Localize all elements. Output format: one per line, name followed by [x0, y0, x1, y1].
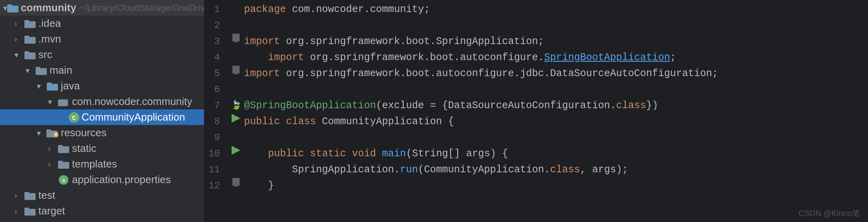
main-label: main [50, 64, 72, 77]
line-content-10: public static void main(String[] args) { [244, 146, 868, 162]
sidebar-item-static[interactable]: static [0, 141, 204, 156]
line-num-10: 10 [204, 146, 228, 162]
watermark-text: CSDN @Kinno笔 [798, 208, 860, 219]
code-line-11: 11 SpringApplication.run(CommunityApplic… [204, 162, 868, 178]
static-arrow [48, 144, 58, 153]
package-arrow [48, 97, 58, 107]
line-num-6: 6 [204, 82, 228, 98]
tree-root[interactable]: community ~/Library/CloudStorage/OneDriv… [0, 0, 204, 16]
line-num-7: 7 [204, 98, 228, 114]
code-line-6: 6 [204, 82, 868, 98]
line-content-7: @SpringBootApplication(exclude = {DataSo… [244, 98, 868, 114]
line-content-4: import org.springframework.boot.autoconf… [244, 50, 868, 66]
spring-prop-icon: a [58, 175, 70, 185]
templates-arrow [48, 159, 58, 169]
app-properties-label: application.properties [72, 174, 171, 186]
static-folder-icon [58, 143, 70, 154]
code-editor: 1 package com.nowcoder.community; 2 3 im… [204, 0, 868, 222]
line-num-4: 4 [204, 50, 228, 66]
line-num-5: 5 [204, 66, 228, 82]
gutter-7: 🍃 [228, 98, 244, 114]
static-label: static [72, 142, 96, 155]
package-icon [58, 97, 70, 107]
svg-rect-11 [47, 83, 52, 85]
line-num-9: 9 [204, 130, 228, 146]
code-line-1: 1 package com.nowcoder.community; [204, 2, 868, 18]
spring-class-icon: C [69, 112, 79, 123]
line-content-3: import org.springframework.boot.SpringAp… [244, 34, 868, 50]
sidebar-item-idea[interactable]: .idea [0, 16, 204, 31]
line-num-2: 2 [204, 18, 228, 34]
sidebar-item-test[interactable]: test [0, 188, 204, 203]
svg-rect-29 [24, 208, 29, 210]
code-line-10: 10 public static void main(String[] args… [204, 146, 868, 162]
java-folder-icon [46, 81, 58, 91]
sidebar-item-package[interactable]: com.nowcoder.community [0, 94, 204, 109]
src-folder-icon [24, 50, 36, 60]
line-num-1: 1 [204, 2, 228, 18]
target-folder-icon [24, 206, 36, 216]
mvn-folder-icon [24, 34, 36, 44]
code-content-area: 1 package com.nowcoder.community; 2 3 im… [204, 0, 868, 222]
code-line-3: 3 import org.springframework.boot.Spring… [204, 34, 868, 50]
svg-rect-17 [46, 129, 51, 132]
code-line-9: 9 [204, 130, 868, 146]
code-line-12: 12 } [204, 178, 868, 194]
code-line-8: 8 public class CommunityApplication { [204, 114, 868, 130]
line-num-12: 12 [204, 178, 228, 194]
bookmark-icon-12 [232, 178, 240, 187]
sidebar-item-app-properties[interactable]: a application.properties [0, 172, 204, 188]
sidebar-item-templates[interactable]: templates [0, 156, 204, 172]
app-label: CommunityApplication [82, 111, 185, 123]
root-folder-icon [7, 3, 18, 13]
sidebar-item-resources[interactable]: R resources [0, 125, 204, 141]
line-content-11: SpringApplication.run(CommunityApplicati… [244, 162, 868, 178]
line-num-8: 8 [204, 114, 228, 130]
svg-rect-13 [58, 100, 68, 106]
sidebar-item-java[interactable]: java [0, 78, 204, 94]
svg-rect-3 [24, 20, 29, 22]
idea-arrow [14, 19, 24, 28]
svg-rect-27 [24, 192, 29, 194]
run-icon-8[interactable] [232, 114, 240, 123]
sidebar-item-community-application[interactable]: C CommunityApplication [0, 109, 204, 125]
mvn-arrow [14, 34, 24, 44]
line-num-3: 3 [204, 34, 228, 50]
root-path: ~/Library/CloudStorage/OneDrive-个人 [80, 2, 204, 14]
line-num-11: 11 [204, 162, 228, 178]
resources-label: resources [61, 127, 106, 139]
gutter-5 [228, 66, 244, 75]
java-arrow [37, 81, 46, 91]
java-label: java [61, 80, 80, 92]
sidebar-item-target[interactable]: target [0, 203, 204, 219]
code-line-7: 7 🍃 @SpringBootApplication(exclude = {Da… [204, 98, 868, 114]
svg-rect-9 [36, 67, 40, 69]
code-line-2: 2 [204, 18, 868, 34]
test-label: test [38, 189, 55, 202]
gutter-10 [228, 146, 244, 155]
code-line-5: 5 import org.springframework.boot.autoco… [204, 66, 868, 82]
resources-folder-icon: R [46, 128, 58, 138]
svg-rect-1 [7, 4, 12, 7]
test-arrow [14, 191, 24, 200]
templates-label: templates [72, 158, 117, 170]
package-label: com.nowcoder.community [72, 95, 192, 108]
file-tree-panel: community ~/Library/CloudStorage/OneDriv… [0, 0, 204, 222]
root-arrow [3, 3, 7, 13]
line-content-1: package com.nowcoder.community; [244, 2, 868, 18]
sidebar-item-mvn[interactable]: .mvn [0, 31, 204, 47]
gutter-8 [228, 114, 244, 123]
code-line-4: 4 import org.springframework.boot.autoco… [204, 50, 868, 66]
sidebar-item-main[interactable]: main [0, 63, 204, 78]
root-label: community [21, 2, 76, 14]
run-icon-10[interactable] [232, 146, 240, 155]
svg-rect-7 [24, 51, 29, 54]
mvn-label: .mvn [38, 33, 61, 45]
svg-rect-5 [24, 36, 29, 38]
sidebar-item-src[interactable]: src [0, 47, 204, 63]
svg-rect-21 [58, 145, 63, 147]
main-arrow [26, 66, 35, 75]
line-content-8: public class CommunityApplication { [244, 114, 868, 130]
svg-text:R: R [54, 133, 58, 137]
idea-folder-icon [24, 18, 36, 29]
